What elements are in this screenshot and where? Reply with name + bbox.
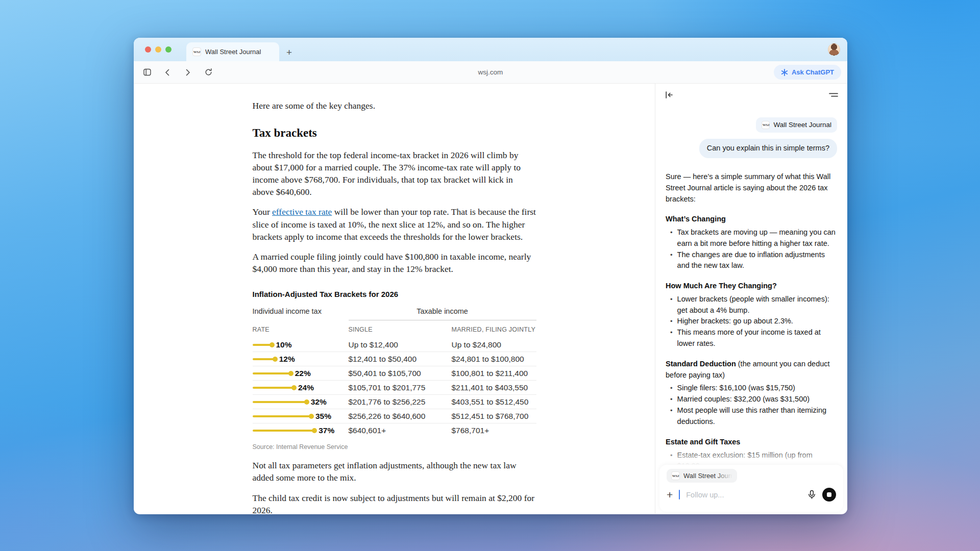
wsj-favicon-icon: WSJ: [671, 471, 680, 480]
assistant-message: Sure — here’s a simple summary of what t…: [666, 171, 837, 472]
close-window-button[interactable]: [145, 46, 151, 53]
browser-toolbar: wsj.com Ask ChatGPT: [134, 61, 847, 84]
assistant-intro: Sure — here’s a simple summary of what t…: [666, 171, 837, 205]
effective-tax-rate-link[interactable]: effective tax rate: [272, 207, 332, 217]
rate-bar: [253, 358, 276, 360]
married-range-cell: $768,701+: [452, 425, 536, 436]
single-range-cell: $256,226 to $640,600: [349, 411, 452, 421]
back-icon[interactable]: [162, 67, 173, 78]
rate-bar: [253, 372, 291, 374]
sidebar-menu-icon[interactable]: [829, 91, 838, 98]
article-pane[interactable]: Here are some of the key changes. Tax br…: [134, 84, 655, 514]
tab-bar: WSJ Wall Street Journal +: [134, 38, 847, 61]
rate-label: 22%: [295, 368, 311, 379]
married-range-cell: $24,801 to $100,800: [452, 354, 536, 364]
browser-window: WSJ Wall Street Journal + wsj.com: [134, 38, 847, 514]
wsj-favicon-icon: WSJ: [192, 47, 201, 56]
rate-label: 32%: [311, 396, 327, 407]
user-message-bubble: Can you explain this in simple terms?: [699, 139, 837, 158]
ask-chatgpt-button[interactable]: Ask ChatGPT: [774, 65, 841, 80]
group-header-right: Taxable income: [349, 306, 536, 320]
assistant-bullet: •Lower brackets (people with smaller inc…: [666, 294, 837, 316]
table-title: Inflation-Adjusted Tax Brackets for 2026: [253, 289, 536, 300]
single-range-cell: $201,776 to $256,225: [349, 396, 452, 407]
context-chip-wsj[interactable]: WSJ Wall Street Journal: [756, 117, 837, 133]
stop-icon: [827, 492, 831, 497]
forward-icon[interactable]: [183, 67, 193, 78]
wsj-favicon-icon: WSJ: [762, 121, 770, 129]
rate-label: 37%: [318, 425, 334, 436]
single-range-cell: $12,401 to $50,400: [349, 354, 452, 364]
table-row: 10%Up to $12,400Up to $24,800: [253, 338, 536, 352]
single-range-cell: $640,601+: [349, 425, 452, 436]
assistant-bullet: •Married couples: $32,200 (was $31,500): [666, 394, 837, 405]
follow-up-input[interactable]: [686, 491, 801, 499]
openai-logo-icon: [781, 69, 788, 76]
assistant-section: How Much Are They Changing?•Lower bracke…: [666, 281, 837, 349]
minimize-window-button[interactable]: [155, 46, 161, 53]
profile-avatar[interactable]: [828, 43, 840, 56]
tab-wall-street-journal[interactable]: WSJ Wall Street Journal: [186, 42, 279, 61]
assistant-bullet: •The changes are due to inflation adjust…: [666, 249, 837, 272]
column-header-married: MARRIED, FILING JOINTLY: [452, 325, 536, 334]
married-range-cell: $403,551 to $512,450: [452, 396, 536, 407]
voice-mode-button[interactable]: [822, 488, 836, 502]
table-row: 32%$201,776 to $256,225$403,551 to $512,…: [253, 395, 536, 409]
article-paragraph: The child tax credit is now subject to a…: [253, 492, 536, 514]
single-range-cell: $50,401 to $105,700: [349, 368, 452, 379]
rate-label: 24%: [298, 382, 314, 393]
assistant-bullet: •Most people will use this rather than i…: [666, 405, 837, 428]
article-intro: Here are some of the key changes.: [253, 99, 536, 112]
tab-title: Wall Street Journal: [205, 48, 261, 56]
rate-label: 10%: [276, 339, 292, 350]
rate-label: 12%: [279, 354, 295, 364]
rate-bar: [253, 430, 315, 432]
attach-plus-icon[interactable]: +: [667, 489, 673, 500]
collapse-sidebar-icon[interactable]: [665, 90, 674, 99]
assistant-bullet: •Tax brackets are moving up — meaning yo…: [666, 227, 837, 249]
married-range-cell: Up to $24,800: [452, 339, 536, 350]
reload-icon[interactable]: [203, 67, 213, 78]
rate-bar: [253, 401, 307, 403]
microphone-icon[interactable]: [807, 490, 816, 499]
table-row: 37%$640,601+$768,701+: [253, 423, 536, 438]
composer-context-chip[interactable]: WSJ Wall Street Journal: [667, 469, 737, 483]
table-row: 12%$12,401 to $50,400$24,801 to $100,800: [253, 352, 536, 366]
rate-bar: [253, 415, 312, 417]
column-header-single: SINGLE: [349, 325, 452, 334]
chat-thread[interactable]: WSJ Wall Street Journal Can you explain …: [655, 106, 847, 472]
assistant-bullet: •Single filers: $16,100 (was $15,750): [666, 383, 837, 394]
article-paragraph: A married couple filing jointly could ha…: [253, 251, 536, 275]
assistant-bullet: •Higher brackets: go up about 2.3%.: [666, 316, 837, 327]
sidebar-toggle-icon[interactable]: [142, 67, 152, 78]
tax-brackets-table: Inflation-Adjusted Tax Brackets for 2026…: [253, 289, 536, 452]
window-controls: [145, 46, 172, 53]
assistant-bullet: •This means more of your income is taxed…: [666, 327, 837, 349]
chatgpt-sidebar: WSJ Wall Street Journal Can you explain …: [655, 84, 847, 514]
article-paragraph: Your effective tax rate will be lower th…: [253, 206, 536, 242]
column-header-rate: RATE: [253, 325, 349, 334]
rate-bar: [253, 344, 273, 346]
assistant-section: Standard Deduction (the amount you can d…: [666, 359, 837, 428]
article-paragraph: The threshold for the top federal income…: [253, 149, 536, 198]
group-header-left: Individual income tax: [253, 306, 349, 320]
article-heading-tax-brackets: Tax brackets: [253, 125, 536, 141]
married-range-cell: $100,801 to $211,400: [452, 368, 536, 379]
rate-label: 35%: [315, 411, 331, 421]
single-range-cell: $105,701 to $201,775: [349, 382, 452, 393]
single-range-cell: Up to $12,400: [349, 339, 452, 350]
table-rows: 10%Up to $12,400Up to $24,80012%$12,401 …: [253, 338, 536, 438]
text-caret: [679, 490, 680, 499]
table-row: 35%$256,226 to $640,600$512,451 to $768,…: [253, 409, 536, 423]
table-row: 22%$50,401 to $105,700$100,801 to $211,4…: [253, 366, 536, 381]
married-range-cell: $512,451 to $768,700: [452, 411, 536, 421]
composer: WSJ Wall Street Journal +: [659, 465, 843, 512]
address-bar[interactable]: wsj.com: [134, 68, 847, 76]
zoom-window-button[interactable]: [165, 46, 172, 53]
table-row: 24%$105,701 to $201,775$211,401 to $403,…: [253, 381, 536, 395]
new-tab-button[interactable]: +: [286, 47, 292, 57]
article-paragraph: Not all tax parameters get inflation adj…: [253, 459, 536, 484]
married-range-cell: $211,401 to $403,550: [452, 382, 536, 393]
rate-bar: [253, 387, 295, 389]
assistant-section: What’s Changing•Tax brackets are moving …: [666, 214, 837, 271]
